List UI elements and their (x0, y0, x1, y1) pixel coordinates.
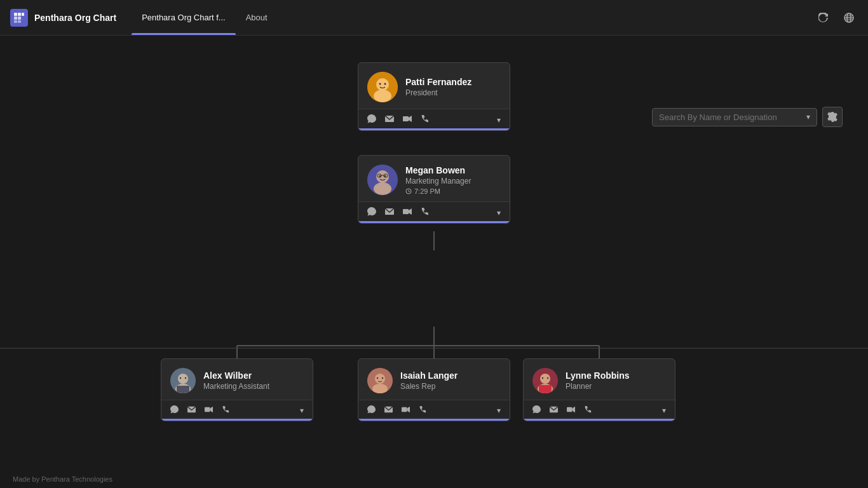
alex-card: Alex Wilber Marketing Assistant ▾ (161, 358, 313, 421)
patti-name: Patti Fernandez (405, 77, 471, 87)
alex-info: Alex Wilber Marketing Assistant (203, 370, 269, 391)
lynne-action-icons (532, 405, 592, 416)
megan-expand-button[interactable]: ▾ (497, 208, 501, 217)
person-card-patti: Patti Fernandez President (358, 62, 510, 131)
alex-chat-icon[interactable] (170, 405, 179, 416)
svg-point-23 (384, 83, 386, 85)
alex-action-icons (170, 405, 230, 416)
patti-card-top: Patti Fernandez President (358, 63, 510, 109)
svg-rect-1 (18, 13, 21, 16)
svg-point-29 (379, 175, 381, 177)
tab-about[interactable]: About (236, 0, 278, 35)
megan-card: Megan Bowen Marketing Manager 7:29 PM (358, 155, 510, 224)
svg-point-28 (374, 182, 391, 195)
svg-rect-42 (177, 386, 189, 393)
patti-role: President (405, 88, 471, 97)
lynne-email-icon[interactable] (550, 405, 558, 416)
isaiah-email-icon[interactable] (384, 405, 393, 416)
megan-card-top: Megan Bowen Marketing Manager 7:29 PM (358, 156, 510, 201)
alex-role: Marketing Assistant (203, 382, 269, 391)
alex-phone-icon[interactable] (222, 405, 230, 416)
patti-actions: ▾ (358, 109, 510, 130)
svg-point-58 (547, 377, 548, 379)
svg-point-50 (377, 377, 378, 379)
isaiah-avatar (367, 368, 393, 393)
megan-actions: ▾ (358, 201, 510, 223)
tab-main[interactable]: Penthara Org Chart f... (132, 0, 236, 35)
svg-point-43 (180, 377, 181, 379)
nav-tabs: Penthara Org Chart f... About (132, 0, 278, 35)
isaiah-info: Isaiah Langer Sales Rep (400, 370, 458, 391)
lynne-name: Lynne Robbins (566, 370, 630, 381)
isaiah-actions: ▾ (358, 400, 510, 421)
topbar: Penthara Org Chart Penthara Org Chart f.… (0, 0, 868, 36)
isaiah-name: Isaiah Langer (400, 370, 458, 381)
svg-point-27 (376, 170, 389, 183)
lynne-actions: ▾ (524, 400, 675, 421)
lynne-video-icon[interactable] (567, 405, 575, 416)
patti-card: Patti Fernandez President (358, 62, 510, 131)
app-title-label: Penthara Org Chart (34, 13, 116, 23)
isaiah-phone-icon[interactable] (419, 405, 427, 416)
svg-point-48 (375, 374, 385, 384)
svg-rect-4 (18, 17, 21, 20)
lynne-role: Planner (566, 382, 630, 391)
lynne-card-top: Lynne Robbins Planner (524, 359, 675, 400)
svg-rect-3 (14, 17, 17, 20)
person-card-lynne: Lynne Robbins Planner ▾ (523, 358, 675, 421)
megan-video-icon[interactable] (403, 207, 412, 218)
megan-email-icon[interactable] (385, 207, 394, 218)
main-content: ▾ (0, 36, 868, 488)
patti-video-icon[interactable] (403, 114, 412, 125)
alex-video-icon[interactable] (205, 405, 213, 416)
svg-line-36 (409, 191, 410, 192)
lynne-avatar (532, 368, 558, 393)
lynne-card: Lynne Robbins Planner ▾ (523, 358, 675, 421)
isaiah-video-icon[interactable] (402, 405, 410, 416)
megan-chat-icon[interactable] (367, 207, 376, 218)
isaiah-card: Isaiah Langer Sales Rep ▾ (358, 358, 510, 421)
person-card-megan: Megan Bowen Marketing Manager 7:29 PM (358, 155, 510, 224)
svg-rect-53 (402, 407, 407, 412)
svg-point-55 (540, 374, 550, 384)
megan-time: 7:29 PM (405, 187, 471, 195)
alex-email-icon[interactable] (187, 405, 196, 416)
patti-expand-button[interactable]: ▾ (497, 116, 501, 125)
alex-expand-button[interactable]: ▾ (300, 406, 304, 415)
megan-info: Megan Bowen Marketing Manager 7:29 PM (405, 165, 471, 195)
refresh-button[interactable] (815, 9, 832, 27)
patti-phone-icon[interactable] (421, 114, 430, 125)
svg-point-30 (384, 175, 386, 177)
person-card-isaiah: Isaiah Langer Sales Rep ▾ (358, 358, 510, 421)
megan-phone-icon[interactable] (421, 207, 430, 218)
isaiah-role: Sales Rep (400, 382, 458, 391)
megan-name: Megan Bowen (405, 165, 471, 175)
isaiah-expand-button[interactable]: ▾ (497, 406, 501, 415)
isaiah-chat-icon[interactable] (367, 405, 376, 416)
svg-point-57 (542, 377, 543, 379)
svg-rect-5 (14, 20, 17, 23)
globe-button[interactable] (840, 9, 858, 27)
isaiah-action-icons (367, 405, 427, 416)
svg-point-22 (379, 83, 381, 85)
megan-role: Marketing Manager (405, 177, 471, 186)
alex-card-top: Alex Wilber Marketing Assistant (161, 359, 313, 400)
logo-icon (10, 9, 28, 27)
lynne-expand-button[interactable]: ▾ (662, 406, 666, 415)
patti-action-icons (367, 114, 430, 125)
megan-avatar (367, 165, 398, 195)
svg-rect-0 (14, 13, 17, 16)
org-chart-container: Patti Fernandez President (0, 55, 868, 456)
lynne-chat-icon[interactable] (532, 405, 541, 416)
patti-chat-icon[interactable] (367, 114, 376, 125)
svg-point-51 (382, 377, 383, 379)
svg-point-20 (376, 78, 389, 91)
svg-point-44 (185, 377, 186, 379)
patti-email-icon[interactable] (385, 114, 394, 125)
alex-name: Alex Wilber (203, 370, 269, 381)
svg-point-21 (374, 90, 391, 102)
svg-rect-38 (403, 209, 409, 214)
lynne-phone-icon[interactable] (584, 405, 592, 416)
svg-rect-61 (567, 407, 572, 412)
alex-avatar (170, 368, 196, 393)
